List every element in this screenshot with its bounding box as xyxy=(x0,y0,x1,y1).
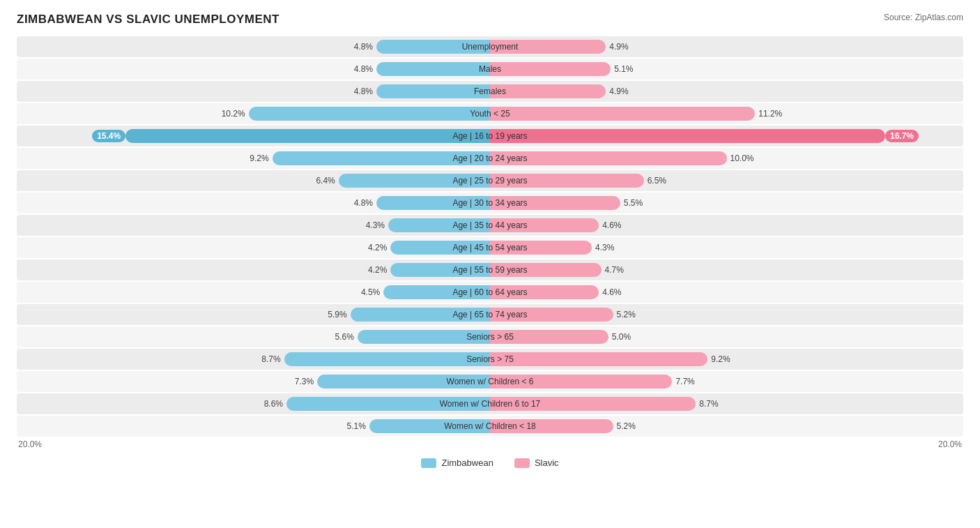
value-left: 4.8% xyxy=(354,198,376,208)
table-row: 4.8%4.9%Females xyxy=(17,81,963,102)
table-row: 8.7%9.2%Seniors > 75 xyxy=(17,349,963,370)
bar-left xyxy=(376,196,490,210)
table-row: 4.8%4.9%Unemployment xyxy=(17,36,963,57)
bar-right xyxy=(490,241,592,255)
table-row: 5.1%5.2%Women w/ Children < 18 xyxy=(17,416,963,437)
table-row: 4.5%4.6%Age | 60 to 64 years xyxy=(17,282,963,303)
bar-left xyxy=(273,151,490,165)
bar-right xyxy=(490,352,707,366)
axis-row: 20.0% 20.0% xyxy=(17,439,963,449)
value-right: 5.2% xyxy=(613,421,636,431)
bar-left xyxy=(351,308,490,322)
value-left: 4.8% xyxy=(354,42,376,52)
value-left: 5.9% xyxy=(328,310,350,319)
axis-left: 20.0% xyxy=(17,439,490,449)
value-left: 5.6% xyxy=(335,332,358,342)
value-right: 4.3% xyxy=(592,243,614,252)
bar-right xyxy=(490,419,613,433)
value-right: 7.7% xyxy=(672,377,694,386)
bar-left xyxy=(249,107,490,121)
bar-left xyxy=(383,285,490,299)
table-row: 4.2%4.3%Age | 45 to 54 years xyxy=(17,237,963,258)
chart-container: ZIMBABWEAN VS SLAVIC UNEMPLOYMENT Source… xyxy=(0,0,980,489)
value-left: 4.3% xyxy=(366,220,388,230)
value-left: 7.3% xyxy=(295,377,317,386)
legend-box-blue xyxy=(421,458,436,468)
legend-item-slavic: Slavic xyxy=(514,458,559,468)
table-row: 15.4%16.7%Age | 16 to 19 years xyxy=(17,126,963,146)
bar-right xyxy=(490,330,608,344)
value-left: 4.2% xyxy=(368,243,390,252)
bar-right xyxy=(490,129,885,143)
table-row: 8.6%8.7%Women w/ Children 6 to 17 xyxy=(17,393,963,414)
chart-rows-wrapper: 4.8%4.9%Unemployment4.8%5.1%Males4.8%4.9… xyxy=(17,36,963,437)
bar-left xyxy=(317,375,490,389)
bar-left xyxy=(125,129,490,143)
bar-left xyxy=(390,241,490,255)
value-right: 5.1% xyxy=(611,64,633,74)
bar-left xyxy=(376,40,490,54)
bar-left xyxy=(284,352,490,366)
value-left: 9.2% xyxy=(250,153,272,163)
table-row: 5.6%5.0%Seniors > 65 xyxy=(17,326,963,347)
bar-right xyxy=(490,218,599,232)
legend-item-zimbabwean: Zimbabwean xyxy=(421,458,493,468)
value-left: 4.8% xyxy=(354,86,376,96)
bar-left xyxy=(376,84,490,98)
bar-right xyxy=(490,285,599,299)
value-right: 4.7% xyxy=(602,265,624,275)
bar-right xyxy=(490,174,644,188)
bar-right xyxy=(490,40,606,54)
bar-right xyxy=(490,151,727,165)
value-left: 5.1% xyxy=(347,421,369,431)
value-right: 5.2% xyxy=(613,310,636,319)
table-row: 7.3%7.7%Women w/ Children < 6 xyxy=(17,371,963,392)
bar-left xyxy=(390,263,490,277)
value-right: 11.2% xyxy=(755,109,782,119)
value-left: 4.2% xyxy=(368,265,390,275)
legend-label-slavic: Slavic xyxy=(535,458,559,468)
bar-right xyxy=(490,84,606,98)
value-right: 6.5% xyxy=(644,176,666,186)
value-left: 4.8% xyxy=(354,64,376,74)
value-left: 10.2% xyxy=(222,109,249,119)
value-left: 8.6% xyxy=(264,399,286,409)
bar-right xyxy=(490,375,672,389)
value-left: 15.4% xyxy=(92,130,125,142)
chart-header: ZIMBABWEAN VS SLAVIC UNEMPLOYMENT Source… xyxy=(17,13,963,27)
value-left: 6.4% xyxy=(316,176,338,186)
value-right: 4.6% xyxy=(599,220,621,230)
value-right: 4.6% xyxy=(599,287,621,297)
value-right: 10.0% xyxy=(727,153,754,163)
table-row: 4.3%4.6%Age | 35 to 44 years xyxy=(17,215,963,236)
legend-box-pink xyxy=(514,458,530,468)
value-right: 9.2% xyxy=(707,354,730,364)
value-right: 5.0% xyxy=(608,332,631,342)
chart-title: ZIMBABWEAN VS SLAVIC UNEMPLOYMENT xyxy=(17,13,280,27)
bar-right xyxy=(490,107,755,121)
bar-right xyxy=(490,308,613,322)
legend-label-zimbabwean: Zimbabwean xyxy=(441,458,493,468)
bar-right xyxy=(490,62,611,76)
table-row: 10.2%11.2%Youth < 25 xyxy=(17,103,963,124)
legend: Zimbabwean Slavic xyxy=(17,458,963,468)
bar-right xyxy=(490,196,620,210)
chart-source: Source: ZipAtlas.com xyxy=(884,13,963,22)
value-left: 8.7% xyxy=(261,354,284,364)
value-right: 8.7% xyxy=(696,399,718,409)
bar-left xyxy=(339,174,490,188)
bar-right xyxy=(490,397,696,411)
bar-left xyxy=(376,62,490,76)
bar-left xyxy=(369,419,490,433)
bar-left xyxy=(286,397,490,411)
table-row: 5.9%5.2%Age | 65 to 74 years xyxy=(17,304,963,325)
value-right: 5.5% xyxy=(620,198,643,208)
bar-right xyxy=(490,263,602,277)
value-right: 16.7% xyxy=(885,130,919,142)
bar-left xyxy=(388,218,490,232)
value-right: 4.9% xyxy=(606,42,628,52)
table-row: 6.4%6.5%Age | 25 to 29 years xyxy=(17,170,963,191)
axis-right: 20.0% xyxy=(490,439,963,449)
value-right: 4.9% xyxy=(606,86,628,96)
table-row: 4.8%5.1%Males xyxy=(17,59,963,80)
